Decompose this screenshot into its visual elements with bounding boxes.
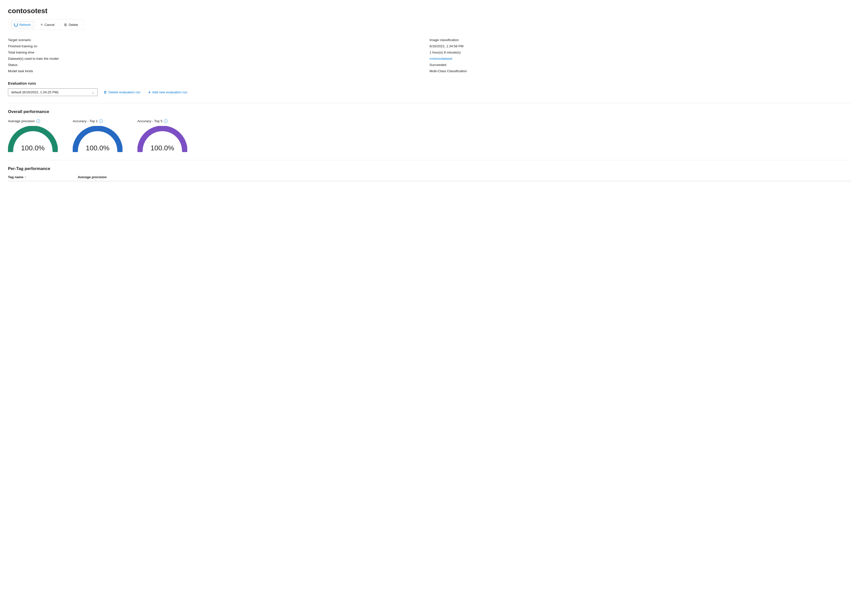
- delete-button[interactable]: 🗑 Delete: [61, 22, 81, 28]
- cancel-button[interactable]: ✕ Cancel: [38, 22, 57, 28]
- table-column-header[interactable]: Tag name↑: [8, 175, 78, 179]
- gauge-value: 100.0%: [86, 144, 109, 152]
- column-label: Tag name: [8, 175, 23, 179]
- gauge-label: Accuracy - Top 5 i: [137, 119, 167, 123]
- refresh-icon: [14, 23, 18, 27]
- toolbar-separator: [36, 22, 36, 27]
- column-label: Average precision: [78, 175, 107, 179]
- divider: [8, 103, 851, 103]
- info-value: Image classification: [430, 37, 851, 43]
- per-tag-title: Per-Tag performance: [8, 166, 851, 171]
- gauge-value: 100.0%: [21, 144, 45, 152]
- gauge-label-text: Average precision: [8, 119, 35, 123]
- info-label: Finished training on: [8, 43, 430, 49]
- trash-icon: 🗑: [103, 90, 107, 94]
- gauge-visual: 100.0%: [137, 126, 187, 152]
- plus-icon: +: [148, 90, 151, 95]
- chevron-down-icon: ⌄: [92, 90, 94, 94]
- info-grid: Target scenarioImage classificationFinis…: [8, 37, 851, 74]
- delete-icon: 🗑: [64, 23, 67, 27]
- refresh-label: Refresh: [19, 23, 31, 27]
- cancel-icon: ✕: [40, 23, 43, 27]
- gauge-container: Average precision i100.0%: [8, 119, 63, 152]
- delete-label: Delete: [69, 23, 78, 27]
- info-icon[interactable]: i: [164, 119, 167, 123]
- toolbar: Refresh ✕ Cancel 🗑 Delete: [8, 19, 84, 30]
- sort-icon: ↑: [24, 175, 26, 179]
- gauge-label: Average precision i: [8, 119, 40, 123]
- evaluation-run-dropdown[interactable]: default (6/16/2022, 1:34:25 PM) ⌄: [8, 88, 98, 96]
- table-header: Tag name↑Average precision: [8, 175, 851, 181]
- gauges-row: Average precision i100.0%Accuracy - Top …: [8, 119, 851, 152]
- dropdown-value: default (6/16/2022, 1:34:25 PM): [11, 90, 58, 94]
- info-icon[interactable]: i: [99, 119, 103, 123]
- gauge-label-text: Accuracy - Top 1: [73, 119, 98, 123]
- info-label: Model task kinds: [8, 68, 430, 74]
- gauge-visual: 100.0%: [8, 126, 58, 152]
- evaluation-runs-row: default (6/16/2022, 1:34:25 PM) ⌄ 🗑 Dele…: [8, 88, 851, 96]
- overall-performance-title: Overall performance: [8, 109, 851, 114]
- info-label: Total training time: [8, 49, 430, 56]
- info-value: Multi-Class Classification: [430, 68, 851, 74]
- refresh-button[interactable]: Refresh: [11, 21, 34, 28]
- delete-eval-run-button[interactable]: 🗑 Delete evaluation run: [102, 89, 142, 95]
- info-value: 1 hour(s) 8 minute(s): [430, 49, 851, 56]
- info-icon[interactable]: i: [36, 119, 40, 123]
- info-value: 6/16/2022, 1:34:58 PM: [430, 43, 851, 49]
- table-column-header[interactable]: Average precision: [78, 175, 851, 179]
- page-title: contosotest: [8, 7, 851, 15]
- evaluation-runs-title: Evaluation runs: [8, 81, 851, 85]
- info-label: Dataset(s) used to train the model: [8, 56, 430, 62]
- info-value[interactable]: contosodataset: [430, 56, 851, 62]
- info-label: Target scenario: [8, 37, 430, 43]
- gauge-container: Accuracy - Top 1 i100.0%: [73, 119, 128, 152]
- gauge-value: 100.0%: [151, 144, 174, 152]
- add-eval-run-button[interactable]: + Add new evaluation run: [147, 89, 189, 96]
- gauge-label-text: Accuracy - Top 5: [137, 119, 162, 123]
- gauge-visual: 100.0%: [73, 126, 122, 152]
- gauge-container: Accuracy - Top 5 i100.0%: [137, 119, 192, 152]
- gauge-label: Accuracy - Top 1 i: [73, 119, 103, 123]
- cancel-label: Cancel: [45, 23, 55, 27]
- delete-eval-run-label: Delete evaluation run: [109, 90, 141, 94]
- info-label: Status: [8, 62, 430, 68]
- info-value: Succeeded: [430, 62, 851, 68]
- add-eval-run-label: Add new evaluation run: [152, 90, 187, 94]
